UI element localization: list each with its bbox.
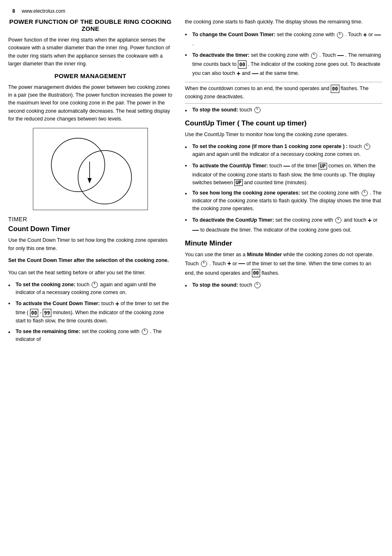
bullet-stop-sound-mm: • To stop the sound: touch [185, 281, 382, 290]
bullet-see-how-long-text: To see how long the cooking zone operate… [192, 189, 382, 212]
remaining-time-cont: the cooking zone starts to flash quickly… [185, 18, 382, 26]
timer-label: TIMER [8, 216, 173, 222]
bullet-activate-countdown-text: To activate the Count Down Timer: touch … [16, 299, 173, 325]
power-management-title: POWER MANAGEMENT [8, 72, 173, 79]
stop-sound-bullets: • To stop the sound: touch [185, 106, 382, 115]
bullet-dot-cu3: • [185, 190, 191, 198]
bullet-dot-cu1: • [185, 143, 191, 152]
bullet-activate-countup-text: To activate the CountUp Timer: touch — o… [192, 161, 382, 187]
bullet-set-zone: • To set the cooking zone: touch again a… [8, 281, 173, 297]
bullet-set-zone-countup-text: To set the cooking zone (if more than 1 … [192, 143, 382, 158]
countdown-sub-instruction: You can set the heat setting before or a… [8, 269, 173, 277]
page-header: 8 www.electrolux.com [0, 8, 392, 18]
left-bullets: • To set the cooking zone: touch again a… [8, 281, 173, 343]
bullet-deactivate-timer: • To deactivate the timer: set the cooki… [185, 51, 382, 79]
bullet-change-countdown-text: To change the Count Down Timer: set the … [192, 30, 382, 48]
minute-minder-stop-bullets: • To stop the sound: touch [185, 281, 382, 290]
note-box: When the countdown comes to an end, the … [185, 82, 382, 104]
bullet-dot-cu2: • [185, 162, 191, 170]
website-url: www.electrolux.com [22, 8, 65, 14]
bullet-deactivate-timer-text: To deactivate the timer: set the cooking… [192, 51, 382, 79]
countup-bullets: • To set the cooking zone (if more than … [185, 143, 382, 235]
note-text: When the countdown comes to an end, the … [185, 86, 369, 100]
minute-minder-bold-text: Minute Minder [247, 252, 282, 257]
svg-point-0 [51, 138, 105, 192]
bullet-remaining-time: • To see the remaining time: set the coo… [8, 328, 173, 343]
bullet-stop-sound-text: To stop the sound: touch [192, 106, 261, 114]
bullet-activate-countup: • To activate the CountUp Timer: touch —… [185, 161, 382, 187]
countdown-intro: Use the Count Down Timer to set how long… [8, 236, 173, 253]
main-content: POWER FUNCTION OF THE DOUBLE RING COOKIN… [0, 18, 392, 347]
diagram-box [33, 128, 148, 210]
bullet-activate-countdown: • To activate the Count Down Timer: touc… [8, 299, 173, 325]
bullet-stop-sound: • To stop the sound: touch [185, 106, 382, 115]
svg-point-1 [78, 151, 131, 204]
diagram-svg [37, 132, 144, 206]
bullet-remaining-time-text: To see the remaining time: set the cooki… [16, 328, 173, 343]
bullet-dot-cu4: • [185, 216, 191, 225]
bullet-deactivate-countup-text: To deactivate the CountUp Timer: set the… [192, 215, 382, 235]
power-function-body: Power function of the inner ring starts … [8, 36, 173, 68]
bullet-set-zone-countup: • To set the cooking zone (if more than … [185, 143, 382, 158]
right-column: the cooking zone starts to flash quickly… [181, 18, 382, 347]
countup-intro: Use the CountUp Timer to monitor how lon… [185, 131, 382, 139]
bullet-dot-1: • [8, 281, 14, 290]
bullet-change-countdown: • To change the Count Down Timer: set th… [185, 30, 382, 48]
countdown-bold-instruction: Set the Count Down Timer after the selec… [8, 257, 169, 263]
power-function-title: POWER FUNCTION OF THE DOUBLE RING COOKIN… [8, 18, 173, 32]
bullet-dot-3: • [8, 328, 14, 337]
page: 8 www.electrolux.com POWER FUNCTION OF T… [0, 0, 392, 355]
bullet-stop-sound-mm-text: To stop the sound: touch [192, 281, 261, 289]
countdown-title: Count Down Timer [8, 225, 173, 233]
bullet-dot-stop: • [185, 107, 191, 115]
right-bullets-countdown: • To change the Count Down Timer: set th… [185, 30, 382, 79]
minute-minder-body: You can use the timer as a Minute Minder… [185, 251, 382, 278]
countdown-instruction: Set the Count Down Timer after the selec… [8, 257, 173, 264]
page-number: 8 [12, 8, 15, 14]
bullet-dot-r2: • [185, 51, 191, 60]
left-column: POWER FUNCTION OF THE DOUBLE RING COOKIN… [8, 18, 181, 347]
minute-minder-title: Minute Minder [185, 239, 382, 248]
bullet-dot-2: • [8, 299, 14, 308]
bullet-dot-r1: • [185, 30, 191, 39]
svg-marker-3 [88, 178, 92, 183]
countup-title: CountUp Timer ( The count up timer) [185, 119, 382, 127]
bullet-set-zone-text: To set the cooking zone: touch again and… [16, 281, 173, 297]
bullet-deactivate-countup: • To deactivate the CountUp Timer: set t… [185, 215, 382, 235]
bullet-see-how-long: • To see how long the cooking zone opera… [185, 189, 382, 212]
bullet-dot-mm: • [185, 282, 191, 290]
power-management-body: The power management divides the power b… [8, 83, 173, 123]
